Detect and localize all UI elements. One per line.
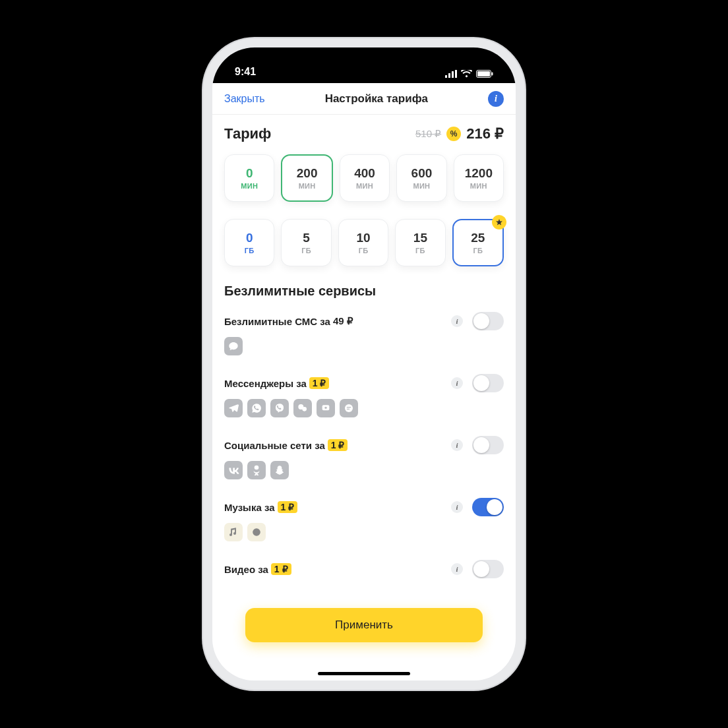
option-unit: МИН xyxy=(413,182,430,190)
wechat-icon xyxy=(293,399,312,417)
svg-rect-1 xyxy=(448,73,450,78)
service-label: Социальные сети за 1 ₽ xyxy=(224,439,348,451)
row-gb-option-5[interactable]: 5ГБ xyxy=(281,219,331,266)
svg-rect-0 xyxy=(445,75,447,78)
service-price-tag: 1 ₽ xyxy=(328,439,348,451)
service-label: Видео за 1 ₽ xyxy=(224,563,291,575)
ok-icon xyxy=(247,461,266,479)
service-price-tag: 1 ₽ xyxy=(309,377,330,389)
service-info-button[interactable]: i xyxy=(451,315,463,327)
service-info-button[interactable]: i xyxy=(451,501,463,513)
option-unit: ГБ xyxy=(359,247,369,255)
row-minutes-option-0[interactable]: 0МИН xyxy=(224,154,274,202)
row-gb-option-0[interactable]: 0ГБ xyxy=(224,219,274,266)
svg-rect-2 xyxy=(452,71,454,78)
option-value: 400 xyxy=(354,166,375,181)
option-value: 1200 xyxy=(465,166,493,181)
scroll-area[interactable]: Тариф 510 ₽ % 216 ₽ 0МИН200МИН400МИН600М… xyxy=(212,115,516,681)
vk-icon xyxy=(224,461,243,479)
svg-point-12 xyxy=(255,466,259,470)
service-sms: Безлимитные СМС за 49 ₽i xyxy=(224,312,504,355)
whatsapp-icon xyxy=(247,399,266,417)
service-social: Социальные сети за 1 ₽i xyxy=(224,436,504,479)
navbar: Закрыть Настройка тарифа i xyxy=(212,83,516,115)
info-button[interactable]: i xyxy=(488,91,504,107)
kakao-icon xyxy=(317,399,335,417)
apply-button[interactable]: Применить xyxy=(245,608,483,642)
svg-point-13 xyxy=(253,528,260,536)
option-unit: МИН xyxy=(356,182,373,190)
home-indicator xyxy=(318,672,410,675)
chat-icon xyxy=(224,337,243,355)
service-price-tag: 1 ₽ xyxy=(278,501,298,513)
row-minutes-option-200[interactable]: 200МИН xyxy=(281,154,332,202)
svg-rect-5 xyxy=(477,71,490,76)
service-label: Музыка за 1 ₽ xyxy=(224,501,297,513)
row-minutes-option-400[interactable]: 400МИН xyxy=(340,154,390,202)
phone-frame: 9:41 Закрыть Настройка тарифа i Тариф 51… xyxy=(212,47,516,681)
service-toggle[interactable] xyxy=(472,374,504,392)
row-gb-option-15[interactable]: 15ГБ xyxy=(395,219,445,266)
old-price: 510 ₽ xyxy=(415,128,441,140)
status-time: 9:41 xyxy=(235,66,256,78)
option-value: 0 xyxy=(246,231,253,245)
option-value: 5 xyxy=(303,231,310,245)
wifi-icon xyxy=(461,70,472,78)
service-app-icons xyxy=(224,337,504,355)
service-toggle[interactable] xyxy=(472,436,504,454)
service-toggle[interactable] xyxy=(472,312,504,330)
signal-icon xyxy=(445,70,457,78)
apply-float: Применить xyxy=(245,608,483,642)
row-gb-option-25[interactable]: 25ГБ xyxy=(452,219,504,266)
star-badge-icon xyxy=(492,215,506,229)
svg-rect-3 xyxy=(455,70,457,78)
option-unit: МИН xyxy=(470,182,487,190)
service-info-button[interactable]: i xyxy=(451,377,463,389)
service-info-button[interactable]: i xyxy=(451,439,463,451)
page-title: Настройка тарифа xyxy=(325,92,428,106)
notch xyxy=(288,47,440,69)
row-minutes-option-1200[interactable]: 1200МИН xyxy=(454,154,504,202)
service-messengers: Мессенджеры за 1 ₽i xyxy=(224,374,504,417)
service-info-button[interactable]: i xyxy=(451,563,463,575)
apply-label: Применить xyxy=(335,619,393,632)
spot-icon xyxy=(247,523,266,541)
status-indicators xyxy=(445,70,493,78)
option-unit: ГБ xyxy=(301,247,311,255)
service-toggle[interactable] xyxy=(472,560,504,578)
tariff-price-block: 510 ₽ % 216 ₽ xyxy=(415,125,504,142)
option-unit: ГБ xyxy=(473,247,483,255)
service-price-tag: 1 ₽ xyxy=(271,563,291,575)
service-video: Видео за 1 ₽i xyxy=(224,560,504,578)
viber-icon xyxy=(270,399,289,417)
service-music: Музыка за 1 ₽i xyxy=(224,498,504,541)
svg-point-8 xyxy=(302,407,307,411)
new-price: 216 ₽ xyxy=(466,125,504,142)
option-value: 15 xyxy=(413,231,427,245)
minutes-options: 0МИН200МИН400МИН600МИН1200МИН xyxy=(224,154,504,202)
close-button[interactable]: Закрыть xyxy=(224,93,265,105)
unlimited-section-title: Безлимитные сервисы xyxy=(224,284,504,299)
service-label: Мессенджеры за 1 ₽ xyxy=(224,377,329,389)
row-minutes-option-600[interactable]: 600МИН xyxy=(396,154,446,202)
row-gb-option-10[interactable]: 10ГБ xyxy=(338,219,388,266)
option-value: 200 xyxy=(297,166,318,181)
option-unit: МИН xyxy=(241,182,258,190)
service-label: Безлимитные СМС за 49 ₽ xyxy=(224,315,353,327)
service-price: 49 ₽ xyxy=(333,315,353,327)
svg-rect-6 xyxy=(492,73,493,76)
discount-badge: % xyxy=(446,127,461,141)
svg-point-10 xyxy=(324,407,326,409)
option-unit: МИН xyxy=(299,182,316,190)
service-toggle[interactable] xyxy=(472,498,504,516)
tariff-title: Тариф xyxy=(224,125,271,142)
gb-options: 0ГБ5ГБ10ГБ15ГБ25ГБ xyxy=(224,219,504,266)
option-value: 0 xyxy=(246,166,253,181)
service-app-icons xyxy=(224,461,504,479)
option-unit: ГБ xyxy=(245,247,255,255)
service-app-icons xyxy=(224,399,504,417)
svg-point-11 xyxy=(345,404,353,412)
battery-icon xyxy=(476,70,493,78)
services-list: Безлимитные СМС за 49 ₽iМессенджеры за 1… xyxy=(224,312,504,578)
line-icon xyxy=(340,399,358,417)
